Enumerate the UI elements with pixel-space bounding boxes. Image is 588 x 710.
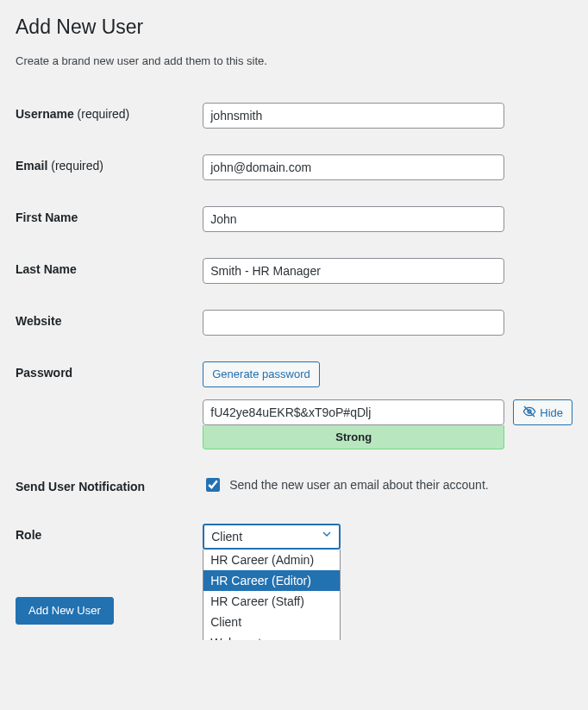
website-input[interactable] <box>203 310 504 336</box>
password-input[interactable] <box>203 399 504 425</box>
first-name-label: First Name <box>16 193 203 245</box>
send-notification-checkbox[interactable] <box>206 478 220 492</box>
password-label: Password <box>16 349 203 462</box>
role-option[interactable]: Client <box>203 612 340 632</box>
hide-password-button[interactable]: Hide <box>513 399 572 425</box>
send-notification-label: Send User Notification <box>16 462 203 511</box>
website-label: Website <box>16 297 203 349</box>
first-name-input[interactable] <box>203 206 504 232</box>
role-option[interactable]: HR Career (Admin) <box>203 550 340 570</box>
username-label: Username (required) <box>16 90 203 141</box>
eye-off-icon <box>522 405 536 421</box>
password-strength-indicator: Strong <box>203 425 504 449</box>
send-notification-text: Send the new user an email about their a… <box>229 478 488 492</box>
username-input[interactable] <box>203 103 504 129</box>
role-label: Role <box>16 511 203 562</box>
role-option[interactable]: HR Career (Editor) <box>203 570 340 591</box>
chevron-down-icon <box>320 525 334 548</box>
generate-password-button[interactable]: Generate password <box>203 361 319 387</box>
intro-text: Create a brand new user and add them to … <box>16 54 572 67</box>
add-new-user-button[interactable]: Add New User <box>16 597 114 625</box>
role-option[interactable]: Webmaster <box>203 632 340 640</box>
role-select[interactable]: Client <box>203 524 341 550</box>
email-input[interactable] <box>203 154 504 180</box>
last-name-input[interactable] <box>203 258 504 284</box>
last-name-label: Last Name <box>16 245 203 297</box>
email-label: Email (required) <box>16 141 203 193</box>
role-dropdown[interactable]: HR Career (Admin)HR Career (Editor)HR Ca… <box>203 550 341 640</box>
role-option[interactable]: HR Career (Staff) <box>203 591 340 612</box>
page-title: Add New User <box>16 16 572 39</box>
